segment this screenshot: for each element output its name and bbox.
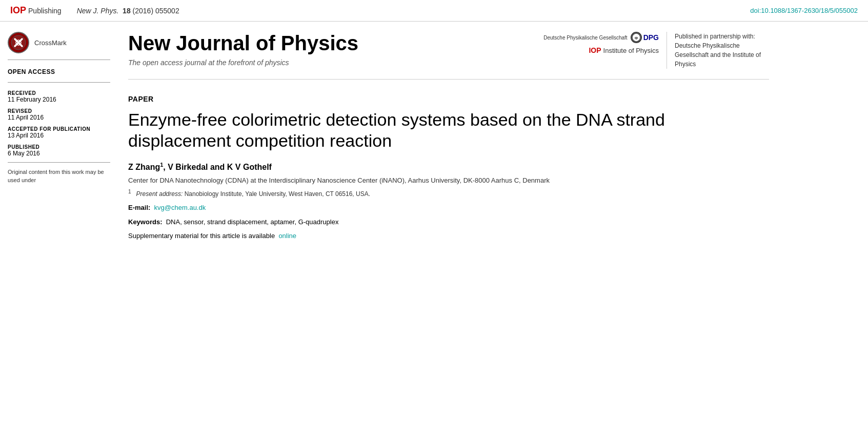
open-access-section: OPEN ACCESS	[8, 68, 110, 83]
paper-type-label: PAPER	[128, 95, 769, 103]
crossmark-logo	[8, 32, 29, 53]
published-date: 6 May 2016	[8, 150, 110, 157]
revised-label: REVISED	[8, 108, 110, 114]
present-address-value: Nanobiology Institute, Yale University, …	[185, 190, 370, 198]
page-header: IOP Publishing New J. Phys. 18 (2016) 05…	[0, 0, 868, 22]
accepted-section: ACCEPTED FOR PUBLICATION 13 April 2016	[8, 126, 110, 139]
journal-volume: 18	[123, 7, 131, 15]
header-left: IOP Publishing New J. Phys. 18 (2016) 05…	[10, 5, 179, 16]
dpg-badge: Φ DPG	[631, 32, 659, 43]
main-container: CrossMark OPEN ACCESS RECEIVED 11 Februa…	[0, 22, 868, 245]
journal-reference: New J. Phys. 18 (2016) 055002	[77, 7, 179, 15]
institute-of-physics-label: Institute of Physics	[603, 47, 659, 54]
footnote-number: 1	[128, 189, 131, 194]
keywords-values: DNA, sensor, strand displacement, aptame…	[166, 218, 339, 226]
revised-section: REVISED 11 April 2016	[8, 108, 110, 121]
keywords-line: Keywords: DNA, sensor, strand displaceme…	[128, 218, 769, 227]
journal-title-left: New Journal of Physics The open access j…	[128, 32, 528, 67]
received-label: RECEIVED	[8, 90, 110, 96]
journal-name-abbrev: New J. Phys.	[77, 7, 119, 15]
authors: Z Zhang1, V Birkedal and K V Gothelf	[128, 162, 769, 172]
revised-date: 11 April 2016	[8, 114, 110, 121]
partner-logos: Deutsche Physikalische Gesellschaft Φ DP…	[543, 32, 659, 54]
published-label: PUBLISHED	[8, 144, 110, 150]
email-line: E-mail: kvg@chem.au.dk	[128, 204, 769, 211]
iop-abbrev: IOP	[10, 5, 26, 16]
iop-red-label: IOP	[589, 46, 601, 54]
dpg-circle-icon: Φ	[631, 32, 642, 43]
article-number: 055002	[155, 7, 179, 15]
journal-title-area: New Journal of Physics The open access j…	[128, 32, 769, 80]
supplementary-link[interactable]: online	[278, 232, 296, 240]
accepted-label: ACCEPTED FOR PUBLICATION	[8, 126, 110, 132]
open-access-title: OPEN ACCESS	[8, 68, 55, 75]
svg-text:Φ: Φ	[634, 36, 638, 41]
present-address-label: Present address:	[136, 190, 183, 198]
journal-year: 2016	[135, 7, 151, 15]
keywords-label: Keywords:	[128, 218, 162, 226]
crossmark-area: CrossMark	[8, 32, 110, 60]
sidebar: CrossMark OPEN ACCESS RECEIVED 11 Februa…	[0, 32, 118, 245]
received-section: RECEIVED 11 February 2016	[8, 90, 110, 103]
dpg-initials: DPG	[643, 33, 659, 42]
published-section: PUBLISHED 6 May 2016	[8, 144, 110, 157]
iop-logo: IOP Publishing	[10, 5, 62, 16]
author-sup-1: 1	[160, 162, 163, 168]
article-title: Enzyme-free colorimetric detection syste…	[128, 109, 692, 151]
email-label: E-mail:	[128, 204, 150, 211]
affiliation: Center for DNA Nanotechnology (CDNA) at …	[128, 176, 769, 185]
article-content: New Journal of Physics The open access j…	[118, 32, 784, 245]
journal-subtitle: The open access journal at the forefront…	[128, 58, 528, 67]
original-content-text: Original content from this work may be u…	[8, 169, 104, 183]
original-content-section: Original content from this work may be u…	[8, 162, 110, 185]
journal-full-name: New Journal of Physics	[128, 32, 528, 54]
partnership-text: Published in partnership with: Deutsche …	[667, 32, 769, 69]
dpg-logo-area: Deutsche Physikalische Gesellschaft Φ DP…	[543, 32, 659, 43]
dpg-text: Deutsche Physikalische Gesellschaft	[543, 34, 627, 41]
email-link[interactable]: kvg@chem.au.dk	[154, 204, 206, 211]
supplementary-line: Supplementary material for this article …	[128, 232, 769, 240]
present-address: 1 Present address: Nanobiology Institute…	[128, 188, 769, 199]
journal-title-right: Deutsche Physikalische Gesellschaft Φ DP…	[528, 32, 769, 69]
crossmark-label: CrossMark	[34, 39, 67, 47]
publishing-text: Publishing	[28, 7, 62, 15]
iop-institute: IOP Institute of Physics	[589, 46, 659, 54]
supplementary-text: Supplementary material for this article …	[128, 232, 275, 240]
received-date: 11 February 2016	[8, 96, 110, 103]
accepted-date: 13 April 2016	[8, 132, 110, 139]
doi-link[interactable]: doi:10.1088/1367-2630/18/5/055002	[750, 7, 858, 14]
